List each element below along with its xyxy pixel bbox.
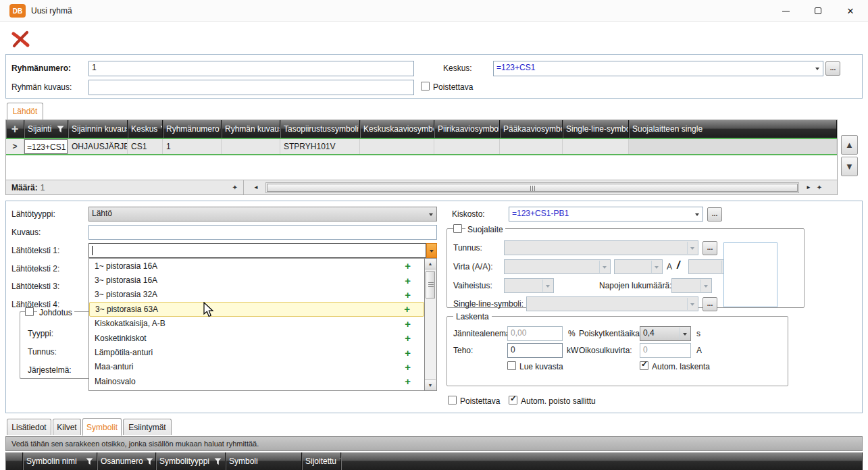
lue-kuvasta-checkbox[interactable] [507,361,516,370]
single-line-browse-button[interactable]: ... [703,297,717,311]
row-selector[interactable]: > [6,139,24,154]
poistettava-checkbox[interactable] [448,396,457,404]
list-item[interactable]: 1~ pistorasia 16A+ [89,259,424,273]
cell-single-line-symboli[interactable] [563,139,629,154]
list-item-highlighted[interactable]: 3~ pistorasia 63A+ [89,302,424,316]
list-item[interactable]: 3~ pistorasia 32A+ [89,288,424,302]
cell-paakaaviosymboli[interactable] [500,139,563,154]
column-header-ryhmanumero[interactable]: Ryhmänumero [163,120,222,138]
cell-piirikaaviosymboli[interactable] [434,139,500,154]
column-header-piirikaaviosymboli[interactable]: Piirikaaviosymboli [434,120,500,138]
column-header-symboli[interactable]: Symboli [226,452,302,470]
kiskosto-browse-button[interactable]: ... [707,207,722,221]
list-item[interactable]: 3~ pistorasia 16A+ [89,273,424,287]
lahtotyyppi-combobox[interactable]: Lähtö [88,207,437,221]
filter-icon[interactable] [214,458,222,465]
cell-ryhmanumero[interactable]: 1 [163,139,222,154]
add-icon[interactable]: + [405,332,411,344]
scroll-right-icon[interactable]: ► [806,184,811,190]
column-header-paakaaviosymboli[interactable]: Pääkaaviosymboli [500,120,563,138]
filter-icon[interactable] [86,458,93,465]
list-item[interactable]: Ohjausjännite+ [89,389,424,391]
scroll-up-icon[interactable]: ▲ [425,259,436,269]
scrollbar-thumb[interactable] [426,271,435,298]
cell-sijainnin-kuvaus[interactable]: OHJAUSJÄRJESTELMÄ [68,139,128,154]
add-icon[interactable]: + [405,260,411,271]
cell-tasopiirustussymboli[interactable]: STPRYH101V [280,139,360,154]
column-header-suojalaitteen-single[interactable]: Suojalaitteen single [629,120,837,138]
column-header-keskus[interactable]: Keskus [128,120,163,138]
column-header-osanumero[interactable]: Osanumero [97,452,156,470]
poistettava-top-checkbox[interactable] [421,82,430,90]
scrollbar-thumb[interactable] [267,184,798,192]
keskus-browse-button[interactable]: ... [825,61,840,76]
maximize-button[interactable] [802,0,834,22]
column-header-ryhman-kuvaus[interactable]: Ryhmän kuvaus [222,120,280,138]
autom-laskenta-checkbox[interactable]: ✓ [640,361,648,370]
single-line-combobox [526,296,698,311]
tab-symbolit[interactable]: Symbolit [82,418,122,436]
list-item[interactable]: Kiskokatkaisija, A-B+ [89,317,424,331]
column-header-sijainnin-kuvaus[interactable]: Sijainnin kuvaus [68,120,128,138]
column-header-tasopiirustussymboli[interactable]: Tasopiirustussymboli [280,120,360,138]
list-item[interactable]: Lämpötila-anturi+ [89,345,424,359]
horizontal-scrollbar[interactable] [265,182,799,193]
close-button[interactable]: ✕ [835,0,866,22]
cell-suojalaitteen-single[interactable] [629,139,837,154]
autom-poisto-checkbox[interactable]: ✓ [509,396,517,404]
add-icon[interactable]: + [405,361,411,373]
kiskosto-combobox[interactable]: =123+CS1-PB1 [509,207,703,221]
tab-lahdot[interactable]: Lähdöt [7,103,43,120]
symbol-preview-box [723,242,777,307]
lahtoteksti1-dropdown-button[interactable] [426,243,437,258]
column-header-sijainti[interactable]: Sijainti [24,120,68,138]
list-item[interactable]: Mainosvalo+ [89,374,424,388]
teho-input[interactable]: 0 [507,343,563,358]
kuvaus-input[interactable] [88,225,437,240]
groupby-bar[interactable]: Vedä tähän sen sarakkeen otsikko, jonka … [5,436,863,451]
move-row-up-button[interactable]: ▲ [841,135,858,155]
cell-keskus[interactable]: CS1 [128,139,163,154]
move-row-down-button[interactable]: ▼ [841,157,858,176]
output-detail-panel: Lähtötyyppi: Lähtö Kuvaus: Lähtöteksti 1… [5,201,863,413]
column-header-single-line-symboli[interactable]: Single-line-symboli [563,120,629,138]
keskus-combobox[interactable]: =123+CS1 [493,61,823,76]
cell-keskuskaaviosymboli[interactable] [360,139,434,154]
cell-sijainti[interactable]: =123+CS1 [24,139,68,154]
cell-ryhman-kuvaus[interactable] [222,139,280,154]
scroll-down-icon[interactable]: ▼ [425,380,436,390]
johdotus-checkbox[interactable] [25,307,34,316]
add-row-button[interactable]: + [6,120,24,138]
column-header-sijoitettu[interactable]: Sijoitettu [302,452,341,470]
filter-icon[interactable] [146,458,153,465]
tab-lisatiedot[interactable]: Lisätiedot [7,419,51,435]
tunnus-browse-button[interactable]: ... [703,241,717,255]
table-row[interactable]: > =123+CS1 OHJAUSJÄRJESTELMÄ CS1 1 STPRY… [6,138,837,155]
column-header-symbolityyppi[interactable]: Symbolityyppi [156,452,226,470]
add-icon[interactable]: + [405,275,411,286]
add-icon[interactable]: + [405,375,411,387]
ryhman-kuvaus-input[interactable] [88,80,414,95]
add-icon[interactable]: + [404,303,410,315]
filter-icon[interactable] [57,126,64,133]
poiskytkentaaika-combobox[interactable]: 0,4 [640,326,691,341]
column-header-symbolin-nimi[interactable]: Symbolin nimi [23,452,97,470]
dropdown-scrollbar[interactable]: ▲ ▼ [425,258,437,391]
list-item[interactable]: Maa-anturi+ [89,360,424,374]
minimize-button[interactable] [770,0,801,22]
ryhmanumero-input[interactable]: 1 [88,61,414,76]
column-header-keskuskaaviosymboli[interactable]: Keskuskaaviosymboli [360,120,434,138]
list-item[interactable]: Kosketinkiskot+ [89,331,424,345]
tab-esiintymat[interactable]: Esiintymät [123,419,172,435]
nav-diamond-icon[interactable]: ✦ [232,184,238,191]
add-icon[interactable]: + [405,318,411,330]
cancel-icon[interactable] [10,28,30,49]
nav-diamond-icon[interactable]: ✦ [817,184,822,191]
suojalaite-checkbox[interactable] [453,224,462,233]
add-icon[interactable]: + [405,390,411,391]
tab-kilvet[interactable]: Kilvet [53,419,81,435]
add-icon[interactable]: + [405,289,411,301]
scroll-left-icon[interactable]: ◄ [253,184,259,190]
add-icon[interactable]: + [405,347,411,359]
lahtoteksti1-input[interactable] [88,243,426,258]
